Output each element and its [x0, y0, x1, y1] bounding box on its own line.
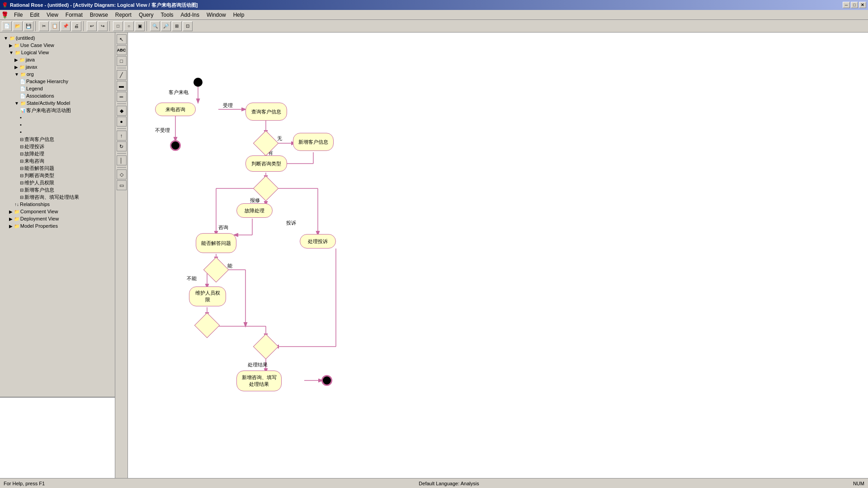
tree-item-dot3[interactable]: •: [2, 128, 113, 136]
new-button[interactable]: 📄: [2, 21, 12, 31]
copy-button[interactable]: 📋: [50, 21, 60, 31]
svg-text:无: 无: [277, 136, 282, 141]
zoom-in-button[interactable]: 🔍: [150, 21, 160, 31]
tree-item-legend[interactable]: 📄 Legend: [2, 85, 113, 92]
activity-guzhang[interactable]: 故障处理: [236, 203, 273, 218]
restore-button[interactable]: □: [851, 2, 858, 8]
menu-edit[interactable]: Edit: [26, 11, 43, 19]
preview-area: [0, 397, 115, 478]
tool-palette: ↖ ABC □ ╱ ▬ ═ ◆ ● ↑ ↻ │ ◇ ▭: [115, 33, 128, 478]
tree-item-xinzeng-kehu[interactable]: ⊟ 新增客户信息: [2, 186, 113, 193]
tree-item-guzhang[interactable]: ⊟ 故障处理: [2, 150, 113, 157]
palette-arrow[interactable]: ↑: [117, 131, 127, 141]
menu-query[interactable]: Query: [135, 11, 157, 19]
activity-xinzeng-jieguo[interactable]: 新增咨询、填写处理结果: [236, 371, 282, 391]
tree-item-relationships[interactable]: ↑↓ Relationships: [2, 201, 113, 208]
tree-item-deployment-view[interactable]: ▶ 📁 Deployment View: [2, 215, 113, 222]
fill-button[interactable]: ▣: [135, 21, 145, 31]
folder-icon: ▶ 📁: [14, 57, 25, 62]
menu-help[interactable]: Help: [230, 11, 248, 19]
cut-button[interactable]: ✂: [39, 21, 49, 31]
state-icon: ⊟: [20, 151, 24, 156]
menu-browse[interactable]: Browse: [86, 11, 112, 19]
activity-nenggou[interactable]: 能否解答问题: [196, 233, 236, 253]
decision-type: [253, 176, 279, 202]
tree-item-chaxun[interactable]: ⊟ 查询客户信息: [2, 136, 113, 143]
palette-text[interactable]: ABC: [117, 45, 127, 55]
tree-item-logicalview[interactable]: ▼ 📁 Logical View: [2, 49, 113, 56]
paste-button[interactable]: 📌: [61, 21, 71, 31]
minimize-button[interactable]: ─: [843, 2, 850, 8]
decision-merge1: [194, 313, 220, 338]
tree-item-javax[interactable]: ▶ 📁 javax: [2, 63, 113, 70]
decision-kehu: [253, 131, 279, 156]
tree-item-java[interactable]: ▶ 📁 java: [2, 56, 113, 63]
activity-panduan[interactable]: 判断咨询类型: [245, 155, 287, 172]
tree-item-dot2[interactable]: •: [2, 121, 113, 128]
tree-item-weihu[interactable]: ⊟ 维护人员权限: [2, 179, 113, 186]
tree-item-pkg-hierarchy[interactable]: 📄 Package Hierarchy: [2, 78, 113, 85]
palette-page[interactable]: ▭: [117, 180, 127, 190]
menu-tools[interactable]: Tools: [157, 11, 177, 19]
activity-tousu[interactable]: 处理投诉: [300, 234, 336, 249]
tree-item-panduan[interactable]: ⊟ 判断咨询类型: [2, 172, 113, 179]
tree-item-activity-diagram[interactable]: 📊 客户来电咨询活动图: [2, 107, 113, 114]
activity-xinzeng-kehu[interactable]: 新增客户信息: [293, 133, 334, 151]
undo-button[interactable]: ↩: [87, 21, 97, 31]
folder-icon: ▶ 📁: [9, 216, 19, 221]
tree-item-dot1[interactable]: •: [2, 114, 113, 121]
ellipse-tool[interactable]: ○: [124, 21, 134, 31]
menu-file[interactable]: File: [10, 11, 26, 19]
folder-icon: ▼ 📁: [14, 72, 26, 77]
palette-sep-2: [117, 103, 126, 104]
palette-line[interactable]: ╱: [117, 70, 127, 80]
menu-report[interactable]: Report: [112, 11, 135, 19]
palette-rect[interactable]: ▬: [117, 81, 127, 91]
tree-item-laidianzixun[interactable]: ⊟ 来电咨询: [2, 157, 113, 164]
redo-button[interactable]: ↪: [98, 21, 108, 31]
palette-diamond[interactable]: ◆: [117, 106, 127, 116]
tree-item-state-activity[interactable]: ▼ 📁 State/Activity Model: [2, 99, 113, 107]
canvas-area[interactable]: 受理 不受理 无 有: [128, 33, 868, 478]
palette-select[interactable]: ↖: [117, 34, 127, 44]
tree-item-untitled[interactable]: ▼ 📁 (untitled): [2, 34, 113, 42]
browse-button[interactable]: ⊡: [183, 21, 193, 31]
activity-weihu[interactable]: 维护人员权限: [189, 286, 226, 306]
toolbar: 📄 📂 💾 ✂ 📋 📌 🖨 ↩ ↪ □ ○ ▣ 🔍 🔎 ⊞ ⊡: [0, 20, 868, 33]
num-text: NUM: [853, 481, 864, 486]
palette-comment[interactable]: □: [117, 56, 127, 66]
svg-text:不受理: 不受理: [155, 127, 170, 133]
tree-item-associations[interactable]: 📄 Associations: [2, 92, 113, 99]
menu-window[interactable]: Window: [203, 11, 230, 19]
tree-item-component-view[interactable]: ▶ 📁 Component View: [2, 208, 113, 215]
folder-icon: ▼ 📁: [4, 36, 15, 41]
tree-item-usecaseview[interactable]: ▶ 📁 Use Case View: [2, 42, 113, 49]
tree-item-xinzeng-jieguo[interactable]: ⊟ 新增咨询、填写处理结果: [2, 193, 113, 201]
tree-item-org[interactable]: ▼ 📁 org: [2, 70, 113, 78]
svg-text:受理: 受理: [223, 103, 233, 108]
save-button[interactable]: 💾: [24, 21, 33, 31]
open-button[interactable]: 📂: [13, 21, 23, 31]
palette-filled-circle[interactable]: ●: [117, 117, 127, 127]
palette-hrect[interactable]: ═: [117, 92, 127, 102]
folder-icon: ▶ 📁: [9, 209, 19, 214]
zoom-out-button[interactable]: 🔎: [161, 21, 171, 31]
rect-tool[interactable]: □: [113, 21, 123, 31]
palette-vline[interactable]: │: [117, 155, 127, 165]
tree-item-nenggou[interactable]: ⊟ 能否解答问题: [2, 164, 113, 172]
menu-format[interactable]: Format: [62, 11, 86, 19]
tree-item-tousu[interactable]: ⊟ 处理投诉: [2, 143, 113, 150]
menu-addins[interactable]: Add-Ins: [177, 11, 203, 19]
close-button[interactable]: ✕: [859, 2, 866, 8]
print-button[interactable]: 🖨: [71, 21, 81, 31]
activity-chaxun[interactable]: 查询客户信息: [245, 103, 287, 121]
activity-laidianzixun[interactable]: 来电咨询: [155, 103, 196, 116]
menu-view[interactable]: View: [43, 11, 62, 19]
title-bar-left: 🌹 Rational Rose - (untitled) - [Activity…: [2, 2, 198, 9]
tree-item-model-props[interactable]: ▶ 📁 Model Properties: [2, 222, 113, 230]
palette-curve[interactable]: ↻: [117, 141, 127, 151]
state-icon: ⊟: [20, 180, 24, 185]
palette-diamond2[interactable]: ◇: [117, 169, 127, 179]
fit-button[interactable]: ⊞: [172, 21, 182, 31]
palette-sep-5: [117, 167, 126, 168]
